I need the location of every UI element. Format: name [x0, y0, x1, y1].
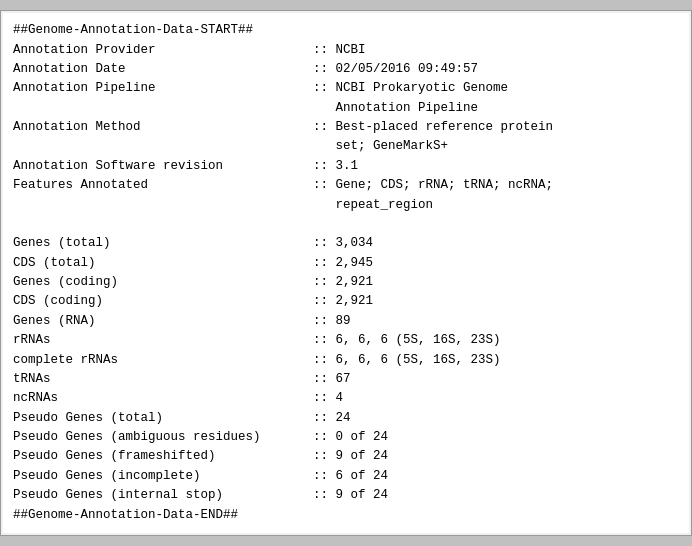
annotation-data-content: ##Genome-Annotation-Data-START## Annotat…: [3, 13, 689, 533]
genome-annotation-window: ##Genome-Annotation-Data-START## Annotat…: [0, 10, 692, 536]
